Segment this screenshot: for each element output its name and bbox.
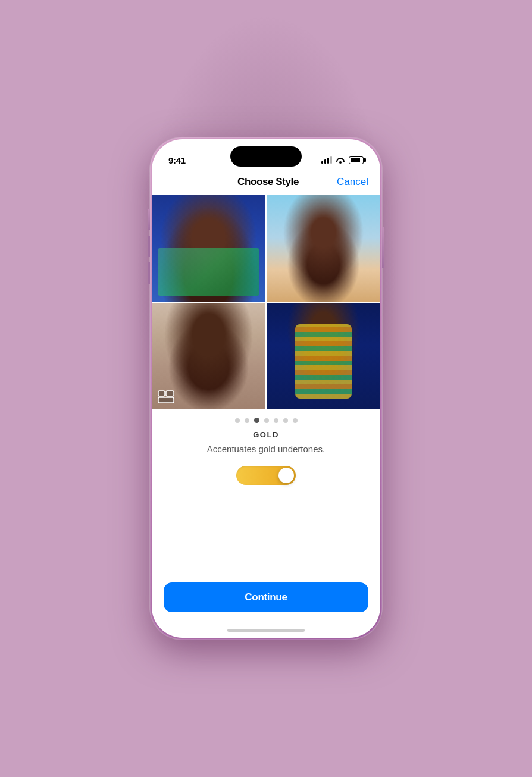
style-toggle[interactable] bbox=[236, 466, 296, 485]
battery-icon bbox=[349, 156, 364, 164]
photo-cell-3[interactable] bbox=[152, 303, 265, 409]
wifi-icon bbox=[336, 156, 345, 164]
dot-3-active[interactable] bbox=[254, 418, 259, 423]
flex-spacer bbox=[152, 497, 380, 582]
nav-title: Choose Style bbox=[237, 176, 299, 188]
dot-7[interactable] bbox=[293, 418, 298, 423]
photo-grid[interactable] bbox=[152, 195, 380, 409]
photo-grid-inner bbox=[152, 195, 380, 409]
cancel-button[interactable]: Cancel bbox=[337, 176, 368, 188]
home-indicator bbox=[152, 624, 380, 638]
toggle-container[interactable] bbox=[152, 463, 380, 497]
navigation-bar: Choose Style Cancel bbox=[152, 171, 380, 195]
svg-rect-2 bbox=[158, 397, 174, 403]
toggle-thumb bbox=[278, 468, 294, 483]
svg-rect-1 bbox=[166, 391, 174, 396]
style-description: Accentuates gold undertones. bbox=[152, 443, 380, 463]
phone-frame: 9:41 Choose Style Cancel bbox=[150, 137, 382, 640]
signal-icon bbox=[321, 156, 332, 164]
home-bar bbox=[227, 629, 305, 632]
svg-rect-0 bbox=[158, 391, 165, 396]
battery-fill bbox=[351, 158, 360, 162]
dot-2[interactable] bbox=[245, 418, 249, 423]
status-icons bbox=[321, 156, 364, 164]
photo-cell-4[interactable] bbox=[267, 303, 380, 409]
continue-button[interactable]: Continue bbox=[164, 582, 368, 612]
phone-screen: 9:41 Choose Style Cancel bbox=[152, 139, 380, 638]
pagination-dots bbox=[152, 409, 380, 428]
dot-6[interactable] bbox=[283, 418, 288, 423]
photo-cell-2[interactable] bbox=[267, 195, 380, 302]
style-label: GOLD bbox=[152, 428, 380, 443]
status-time: 9:41 bbox=[168, 155, 186, 165]
photo-cell-1[interactable] bbox=[152, 195, 265, 302]
dot-5[interactable] bbox=[274, 418, 278, 423]
dot-1[interactable] bbox=[235, 418, 240, 423]
dynamic-island bbox=[230, 146, 302, 167]
grid-overlay-icon bbox=[158, 390, 174, 403]
dot-4[interactable] bbox=[264, 418, 269, 423]
